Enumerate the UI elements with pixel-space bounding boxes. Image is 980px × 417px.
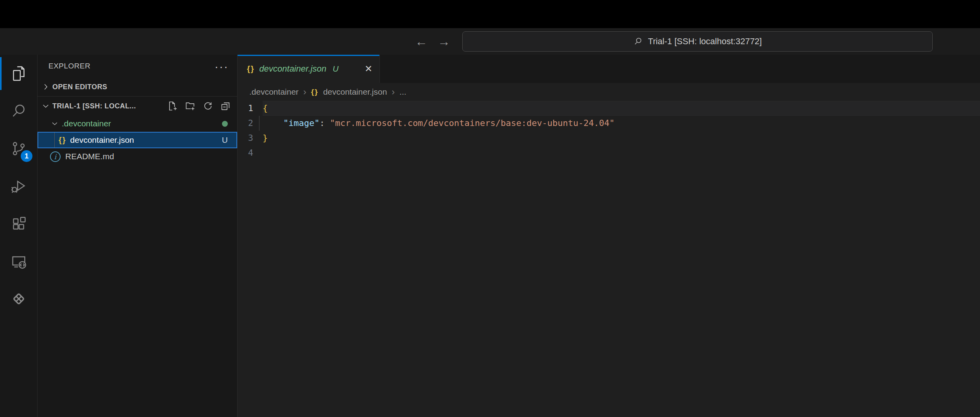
chevron-down-icon [41,102,50,110]
tree-item-devcontainer-folder[interactable]: .devcontainer [38,115,237,132]
new-file-icon[interactable] [167,101,178,111]
explorer-actions [167,101,231,111]
breadcrumb-folder[interactable]: .devcontainer [249,87,299,97]
code-line-content: "image": "mcr.microsoft.com/devcontainer… [263,116,980,131]
code-line-1: 1 { [238,101,980,116]
code-line-4: 4 [238,146,980,160]
code-line-content: { [263,101,980,116]
tree-indent-guide [54,133,55,147]
breadcrumb-symbol[interactable]: ... [399,87,406,97]
indent-spaces [263,118,283,128]
back-icon[interactable]: ← [415,35,427,48]
files-icon [10,65,28,83]
tab-bar: {} devcontainer.json U ✕ [238,55,980,83]
code-line-content: } [263,131,980,146]
close-brace-token: } [263,133,268,143]
line-number: 4 [238,146,258,160]
line-number: 1 [238,101,258,116]
colon-token: : [320,118,330,128]
line-number: 3 [238,131,258,146]
macos-menubar-space [0,0,980,28]
close-icon[interactable]: ✕ [365,64,372,74]
json-file-icon: {} [311,88,318,96]
folder-label: .devcontainer [62,119,111,128]
line-number: 2 [238,116,258,131]
json-string-token: "mcr.microsoft.com/devcontainers/base:de… [330,118,614,128]
tab-git-badge: U [333,64,338,74]
search-icon [633,36,643,47]
collapse-all-icon[interactable] [220,101,231,111]
git-untracked-badge: U [222,135,228,145]
chevron-right-icon [41,83,50,91]
activity-bar: 1 [0,55,38,417]
code-editor[interactable]: 1 { 2 "image": "mcr.microsoft.com/devcon… [238,101,980,417]
forward-icon[interactable]: → [438,35,450,48]
activitybar-remote-explorer[interactable] [0,243,37,280]
breadcrumb: .devcontainer › {} devcontainer.json › .… [238,83,980,101]
indent-guide [259,116,259,131]
refresh-icon[interactable] [202,101,213,111]
chevron-down-icon [51,120,59,128]
json-file-icon: {} [247,65,255,74]
sidebar-title: EXPLORER [48,62,90,70]
activitybar-search[interactable] [0,92,37,130]
activitybar-run-debug[interactable] [0,167,37,205]
more-actions-icon[interactable]: ··· [215,63,229,69]
new-folder-icon[interactable] [185,101,196,111]
window-title: Trial-1 [SSH: localhost:32772] [648,36,762,47]
json-key-token: "image" [283,118,320,128]
code-line-content [263,146,980,160]
sidebar-header: EXPLORER ··· [38,55,237,77]
source-control-badge: 1 [21,150,32,162]
tab-label: devcontainer.json [259,64,327,74]
search-icon [10,102,28,120]
history-nav: ← → [415,28,450,55]
file-tree: .devcontainer {} devcontainer.json U i R… [38,115,237,165]
tab-devcontainer-json[interactable]: {} devcontainer.json U ✕ [238,55,380,83]
open-editors-label: OPEN EDITORS [52,83,107,91]
activitybar-source-control[interactable]: 1 [0,130,37,167]
editor-group: {} devcontainer.json U ✕ .devcontainer ›… [238,55,980,417]
breadcrumb-separator: › [303,87,306,97]
containers-icon [10,290,28,308]
code-line-3: 3 } [238,131,980,146]
open-editors-section[interactable]: OPEN EDITORS [38,77,237,96]
git-modified-dot [222,121,228,127]
file-label: devcontainer.json [70,135,134,145]
workspace-section-header[interactable]: TRIAL-1 [SSH: LOCAL... [38,97,237,115]
markdown-info-icon: i [50,151,61,162]
command-center-search[interactable]: Trial-1 [SSH: localhost:32772] [462,31,933,52]
remote-explorer-icon [10,252,28,270]
activitybar-extensions[interactable] [0,205,37,243]
tree-item-readme[interactable]: i README.md [38,148,237,165]
open-brace-token: { [263,103,268,113]
json-file-icon: {} [59,136,66,145]
title-bar: ← → Trial-1 [SSH: localhost:32772] [0,28,980,55]
extensions-icon [10,215,28,233]
activitybar-containers[interactable] [0,280,37,318]
workspace-label: TRIAL-1 [SSH: LOCAL... [52,102,136,110]
debug-icon [10,177,28,195]
activitybar-explorer[interactable] [0,55,37,92]
tree-item-devcontainer-json[interactable]: {} devcontainer.json U [38,132,237,148]
code-line-2: 2 "image": "mcr.microsoft.com/devcontain… [238,116,980,131]
breadcrumb-separator: › [392,87,395,97]
file-label: README.md [65,152,114,161]
explorer-sidebar: EXPLORER ··· OPEN EDITORS TRIAL-1 [SSH: … [38,55,238,417]
breadcrumb-file[interactable]: devcontainer.json [323,87,387,97]
